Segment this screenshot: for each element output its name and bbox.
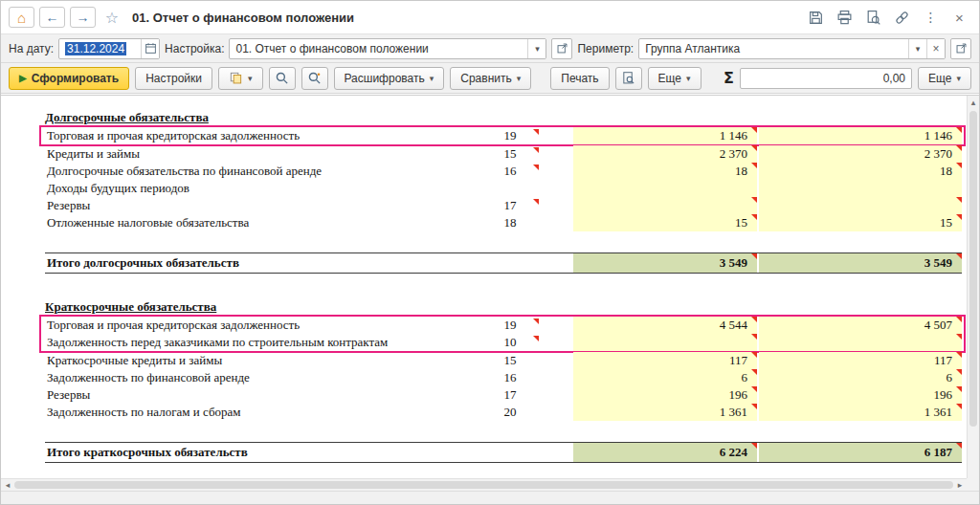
document-search-button[interactable]: [861, 7, 885, 28]
table-row[interactable]: Кредиты и займы152 3702 370: [45, 145, 962, 163]
value-cell-comparative[interactable]: [759, 197, 962, 214]
row-gap[interactable]: [550, 317, 573, 334]
compare-button[interactable]: Сравнить ▾: [450, 67, 531, 90]
close-button[interactable]: ×: [947, 7, 971, 28]
value-cell-comparative[interactable]: 18: [759, 163, 962, 180]
row-gap[interactable]: [550, 197, 573, 214]
value-cell-comparative[interactable]: 196: [759, 386, 962, 404]
row-code[interactable]: 20: [495, 404, 525, 421]
table-row[interactable]: Отложенные налоговые обязательства181515: [45, 214, 962, 231]
date-value[interactable]: 31.12.2024: [59, 39, 141, 58]
row-gap[interactable]: [550, 163, 573, 180]
row-code[interactable]: [495, 443, 525, 462]
header-print-button[interactable]: [833, 7, 857, 28]
row-code[interactable]: 15: [495, 145, 525, 163]
value-cell-comparative[interactable]: 3 549: [759, 253, 962, 273]
vertical-scrollbar[interactable]: ▴: [967, 96, 979, 478]
row-name[interactable]: Задолженность по налогам и сборам: [45, 404, 495, 421]
row-name[interactable]: Резервы: [45, 386, 495, 404]
row-code[interactable]: 16: [495, 369, 525, 386]
value-cell-comparative[interactable]: [759, 334, 962, 351]
section-header[interactable]: Краткосрочные обязательства: [45, 298, 967, 316]
value-cell-current[interactable]: 18: [573, 163, 757, 180]
row-code[interactable]: [495, 180, 525, 197]
row-code[interactable]: 17: [495, 197, 525, 214]
row-gap[interactable]: [550, 369, 573, 386]
row-code[interactable]: 16: [495, 163, 525, 180]
value-cell-current[interactable]: [573, 334, 757, 351]
value-cell-comparative[interactable]: 6: [759, 369, 962, 386]
favorite-button[interactable]: ☆: [100, 7, 123, 28]
row-note-cell[interactable]: [525, 317, 550, 334]
row-code[interactable]: 19: [495, 127, 525, 144]
more-menu-button[interactable]: ⋮: [919, 7, 943, 28]
more-button-right[interactable]: Еще ▾: [918, 67, 971, 90]
save-button[interactable]: [804, 7, 828, 28]
row-gap[interactable]: [550, 253, 573, 273]
find-next-button[interactable]: [301, 67, 328, 90]
row-gap[interactable]: [550, 145, 573, 163]
value-cell-comparative[interactable]: 15: [759, 214, 962, 231]
value-cell-comparative[interactable]: 1 361: [759, 404, 962, 421]
forward-button[interactable]: →: [70, 7, 96, 28]
row-code[interactable]: [495, 253, 525, 273]
table-row[interactable]: Доходы будущих периодов: [45, 180, 962, 197]
value-cell-comparative[interactable]: 4 507: [759, 317, 962, 334]
row-name[interactable]: Торговая и прочая кредиторская задолженн…: [45, 127, 495, 144]
table-row[interactable]: Резервы17196196: [45, 386, 962, 404]
row-note-cell[interactable]: [525, 127, 550, 144]
value-cell-current[interactable]: 6: [573, 369, 757, 386]
value-cell-current[interactable]: 1 146: [573, 127, 757, 144]
row-note-cell[interactable]: [525, 443, 550, 462]
row-name[interactable]: Итого краткосрочных обязательств: [45, 443, 495, 462]
row-gap[interactable]: [550, 443, 573, 462]
row-code[interactable]: 10: [495, 334, 525, 351]
settings-dropdown-button[interactable]: ▾: [527, 39, 546, 58]
home-button[interactable]: ⌂: [9, 7, 34, 28]
row-note-cell[interactable]: [525, 163, 550, 180]
row-gap[interactable]: [550, 214, 573, 231]
scroll-up-arrow[interactable]: ▴: [968, 98, 979, 107]
row-name[interactable]: Краткосрочные кредиты и займы: [45, 352, 495, 369]
generate-button[interactable]: ▶ Сформировать: [9, 67, 129, 90]
row-note-cell[interactable]: [525, 253, 550, 273]
value-cell-current[interactable]: 1 361: [573, 404, 757, 421]
print-preview-button[interactable]: [615, 67, 642, 90]
scroll-right-arrow[interactable]: ▸: [953, 479, 967, 491]
row-note-cell[interactable]: [525, 334, 550, 351]
row-name[interactable]: Итого долгосрочных обязательств: [45, 253, 495, 273]
table-row[interactable]: Торговая и прочая кредиторская задолженн…: [45, 317, 962, 334]
print-button[interactable]: Печать: [550, 67, 609, 90]
row-code[interactable]: 17: [495, 386, 525, 404]
row-note-cell[interactable]: [525, 404, 550, 421]
section-header[interactable]: Долгосрочные обязательства: [45, 109, 967, 126]
row-name[interactable]: Долгосрочные обязательства по финансовой…: [45, 163, 495, 180]
value-cell-current[interactable]: 196: [573, 386, 757, 404]
settings-button[interactable]: Настройки: [135, 67, 212, 90]
value-cell-current[interactable]: [573, 180, 757, 197]
row-name[interactable]: Резервы: [45, 197, 495, 214]
value-cell-comparative[interactable]: 2 370: [759, 145, 962, 163]
table-row[interactable]: Торговая и прочая кредиторская задолженн…: [45, 127, 962, 144]
perimeter-open-button[interactable]: [950, 38, 971, 59]
more-button-center[interactable]: Еще ▾: [648, 67, 702, 90]
value-cell-comparative[interactable]: 1 146: [759, 127, 962, 144]
value-cell-current[interactable]: 4 544: [573, 317, 757, 334]
horizontal-scroll-thumb[interactable]: [14, 481, 953, 489]
back-button[interactable]: ←: [39, 7, 65, 28]
total-row[interactable]: Итого долгосрочных обязательств3 5493 54…: [45, 252, 962, 274]
sum-field[interactable]: [740, 68, 912, 89]
value-cell-comparative[interactable]: 117: [759, 352, 962, 369]
value-cell-current[interactable]: 117: [573, 352, 757, 369]
row-note-cell[interactable]: [525, 214, 550, 231]
row-code[interactable]: 18: [495, 214, 525, 231]
table-row[interactable]: Задолженность по финансовой аренде1666: [45, 369, 962, 386]
date-field[interactable]: 31.12.2024: [58, 38, 160, 59]
row-code[interactable]: 15: [495, 352, 525, 369]
perimeter-field[interactable]: Группа Атлантика ▾ ×: [638, 38, 946, 59]
horizontal-scrollbar[interactable]: ◂ ▸: [1, 478, 967, 491]
value-cell-current[interactable]: 2 370: [573, 145, 757, 163]
row-note-cell[interactable]: [525, 386, 550, 404]
row-note-cell[interactable]: [525, 145, 550, 163]
value-cell-current[interactable]: 3 549: [573, 253, 757, 273]
